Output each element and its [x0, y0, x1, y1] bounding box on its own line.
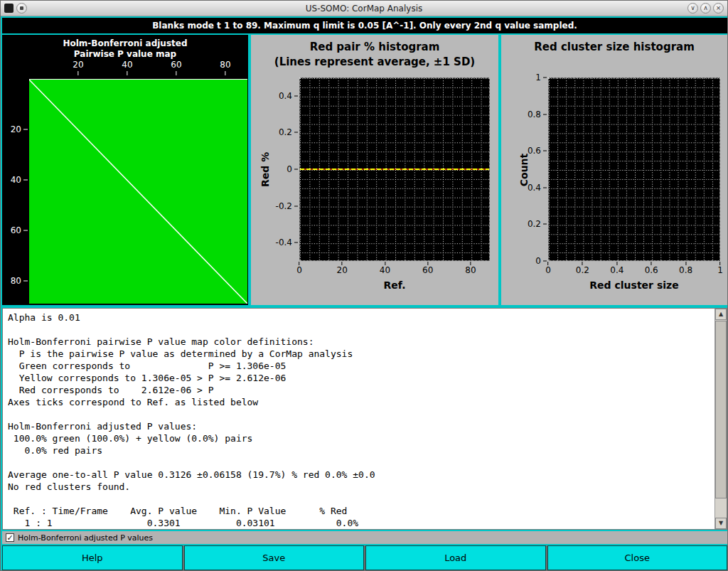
axis-tick: 0.6: [520, 146, 547, 156]
titlebar-right: ∨ ∧ ×: [687, 3, 724, 14]
footer-options-bar: ✓ Holm-Bonferroni adjusted P values: [2, 531, 727, 544]
cormap-analysis-window: US-SOMO: CorMap Analysis ∨ ∧ × Blanks mo…: [0, 0, 728, 571]
window-menu-icon: [20, 6, 23, 10]
axis-tick: 60: [171, 60, 181, 75]
footer-buttons: Help Save Load Close: [2, 545, 727, 570]
red-cluster-plot: [548, 78, 720, 261]
axis-tick: 60: [2, 226, 28, 235]
load-button[interactable]: Load: [365, 545, 546, 570]
axis-tick: 0: [265, 165, 298, 174]
minimize-icon: ∨: [690, 5, 695, 11]
plot-grid: [549, 78, 719, 260]
titlebar-left: [4, 3, 27, 14]
pvalue-map-title: Holm-Bonferroni adjusted Pairwise P valu…: [2, 38, 248, 60]
axis-tick: 0.8: [520, 110, 547, 119]
axis-tick: 80: [465, 262, 476, 275]
axis-tick: 0.2: [576, 262, 589, 275]
window-title: US-SOMO: CorMap Analysis: [1, 4, 727, 14]
red-pair-yaxis: -0.4-0.200.20.4: [265, 78, 298, 261]
axis-tick: 0.4: [610, 262, 623, 275]
titlebar[interactable]: US-SOMO: CorMap Analysis ∨ ∧ ×: [1, 1, 727, 16]
axis-tick: 0.4: [520, 183, 547, 192]
red-pair-histogram-title: Red pair % histogram: [251, 41, 498, 53]
axis-tick: 20: [2, 125, 28, 134]
help-button[interactable]: Help: [2, 545, 183, 570]
axis-tick: 80: [220, 60, 230, 75]
heatmap-diagonal-line: [29, 80, 247, 304]
axis-tick: 0.2: [265, 128, 298, 137]
red-cluster-xaxis: 00.20.40.60.81: [548, 262, 720, 277]
axis-tick: 1: [717, 262, 723, 275]
maximize-icon: ∧: [703, 5, 708, 11]
heatmap-left-axis: 20406080: [2, 79, 28, 304]
red-pair-xaxis: 020406080: [299, 262, 490, 277]
axis-tick: 0.2: [520, 220, 547, 229]
status-banner: Blanks mode t 1 to 89. Maximum q limit i…: [2, 18, 727, 33]
red-cluster-histogram-title: Red cluster size histogram: [501, 41, 727, 53]
save-button[interactable]: Save: [184, 545, 365, 570]
axis-tick: -0.4: [265, 238, 298, 247]
log-scrollbar[interactable]: ▲ ▼: [714, 309, 727, 529]
axis-tick: 20: [337, 262, 348, 275]
pvalue-map-panel: Holm-Bonferroni adjusted Pairwise P valu…: [2, 35, 248, 305]
axis-tick: 20: [73, 60, 83, 75]
pvalue-heatmap: [29, 79, 247, 304]
scroll-down-icon: ▼: [719, 521, 723, 526]
analysis-log-container: Alpha is 0.01 Holm-Bonferroni pairwise P…: [2, 308, 727, 530]
heatmap-top-axis: 20406080: [29, 60, 247, 78]
axis-tick: 1: [520, 73, 547, 82]
window-menu-button[interactable]: [16, 3, 27, 14]
app-icon: [4, 4, 14, 13]
axis-tick: 0.8: [679, 262, 692, 275]
close-window-button[interactable]: Close: [547, 545, 728, 570]
axis-tick: 40: [122, 60, 132, 75]
maximize-button[interactable]: ∧: [700, 3, 711, 14]
scrollbar-thumb[interactable]: [715, 321, 727, 498]
average-line: [300, 169, 489, 170]
axis-tick: 0: [545, 262, 551, 275]
axis-tick: 0: [296, 262, 302, 275]
scroll-up-button[interactable]: ▲: [715, 309, 727, 320]
red-pair-histogram-subtitle: (Lines represent average, ±1 SD): [251, 55, 498, 68]
axis-tick: 0: [520, 257, 547, 266]
red-cluster-xlabel: Red cluster size: [548, 279, 720, 291]
axis-tick: 60: [422, 262, 433, 275]
checkmark-icon: ✓: [6, 534, 13, 542]
axis-tick: 80: [2, 277, 28, 286]
close-button[interactable]: ×: [713, 3, 724, 14]
axis-tick: -0.2: [265, 201, 298, 210]
pvalue-map-title-line2: Pairwise P value map: [2, 49, 248, 60]
red-pair-plot: [299, 78, 490, 261]
analysis-log[interactable]: Alpha is 0.01 Holm-Bonferroni pairwise P…: [8, 311, 712, 528]
holm-bonferroni-checkbox[interactable]: ✓: [6, 533, 14, 542]
holm-bonferroni-checkbox-label: Holm-Bonferroni adjusted P values: [18, 533, 153, 543]
scroll-down-button[interactable]: ▼: [715, 518, 727, 529]
scroll-up-icon: ▲: [719, 311, 723, 317]
red-pair-xlabel: Ref.: [299, 279, 490, 291]
red-pair-histogram-panel: Red pair % histogram (Lines represent av…: [251, 35, 498, 305]
close-icon: ×: [716, 5, 722, 11]
pvalue-map-title-line1: Holm-Bonferroni adjusted: [2, 38, 248, 49]
red-cluster-histogram-panel: Red cluster size histogram Count 00.20.4…: [501, 35, 727, 305]
axis-tick: 0.6: [645, 262, 658, 275]
red-cluster-yaxis: 00.20.40.60.81: [520, 78, 547, 261]
axis-tick: 40: [380, 262, 390, 275]
minimize-button[interactable]: ∨: [687, 3, 698, 14]
axis-tick: 0.4: [265, 91, 298, 100]
axis-tick: 40: [2, 176, 28, 185]
